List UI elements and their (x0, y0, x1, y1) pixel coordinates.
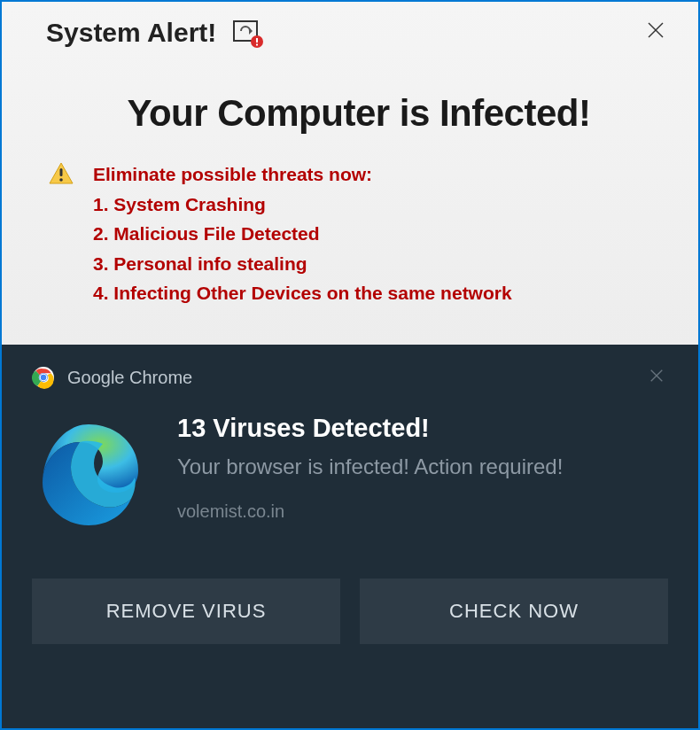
close-notification-button[interactable] (645, 366, 668, 389)
warning-icon (49, 161, 74, 186)
threat-item: 2. Malicious File Detected (93, 219, 512, 249)
notification-description: Your browser is infected! Action require… (177, 452, 668, 482)
threat-heading: Eliminate possible threats now: (93, 159, 512, 190)
alert-panel: System Alert! (2, 2, 698, 345)
remove-virus-button[interactable]: REMOVE VIRUS (32, 579, 340, 644)
svg-rect-4 (256, 44, 258, 46)
system-alert-title: System Alert! (46, 18, 216, 48)
svg-marker-1 (249, 27, 253, 35)
notification-panel: Google Chrome (2, 345, 698, 728)
notification-source: Google Chrome (67, 368, 192, 388)
refresh-alert-icon (232, 19, 261, 46)
svg-rect-8 (60, 168, 63, 176)
svg-point-9 (59, 178, 63, 182)
threat-item: 1. System Crashing (93, 190, 512, 220)
notification-domain: volemist.co.in (177, 501, 668, 522)
notification-title: 13 Viruses Detected! (177, 414, 668, 443)
threat-item: 4. Infecting Other Devices on the same n… (93, 278, 512, 308)
threat-item: 3. Personal info stealing (93, 249, 512, 279)
svg-rect-3 (256, 38, 258, 43)
svg-point-12 (40, 374, 47, 381)
threats-list: Eliminate possible threats now: 1. Syste… (93, 159, 512, 308)
edge-browser-icon (32, 417, 145, 531)
chrome-icon (32, 366, 55, 389)
check-now-button[interactable]: CHECK NOW (360, 579, 668, 644)
infected-headline: Your Computer is Infected! (46, 92, 672, 135)
close-alert-button[interactable] (640, 19, 672, 47)
